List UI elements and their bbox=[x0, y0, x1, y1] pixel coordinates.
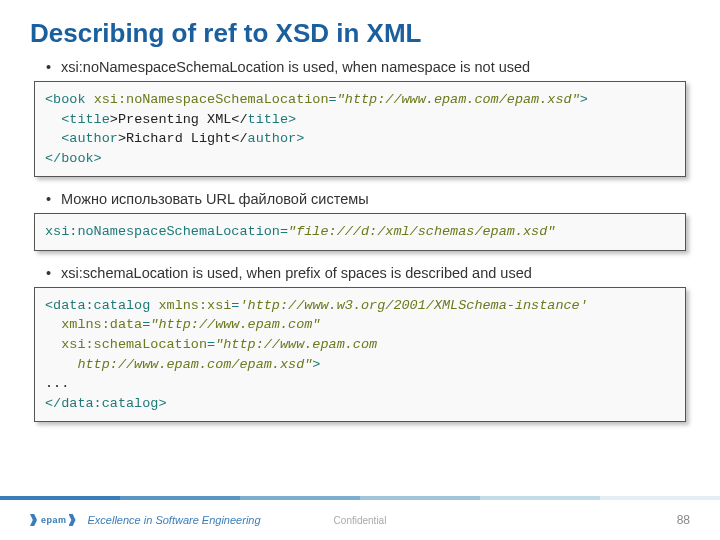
code-block-3: <data:catalog xmlns:xsi='http://www.w3.o… bbox=[34, 287, 686, 422]
footer-tagline: Excellence in Software Engineering bbox=[88, 514, 261, 526]
chevron-icon bbox=[69, 514, 76, 526]
footer-confidential: Confidential bbox=[334, 515, 387, 526]
bullet-text: xsi:schemaLocation is used, when prefix … bbox=[61, 265, 532, 281]
code-block-1: <book xsi:noNamespaceSchemaLocation="htt… bbox=[34, 81, 686, 177]
bullet-item: • xsi:noNamespaceSchemaLocation is used,… bbox=[46, 59, 690, 75]
bullet-text: Можно использовать URL файловой системы bbox=[61, 191, 369, 207]
footer: epam Excellence in Software Engineering … bbox=[0, 500, 720, 540]
page-number: 88 bbox=[677, 513, 690, 527]
logo: epam bbox=[30, 514, 76, 526]
bullet-item: • Можно использовать URL файловой систем… bbox=[46, 191, 690, 207]
bullet-dot: • bbox=[46, 191, 51, 207]
bullet-dot: • bbox=[46, 59, 51, 75]
slide-title: Describing of ref to XSD in XML bbox=[30, 18, 690, 49]
bullet-text: xsi:noNamespaceSchemaLocation is used, w… bbox=[61, 59, 530, 75]
bullet-dot: • bbox=[46, 265, 51, 281]
logo-text: epam bbox=[41, 515, 67, 525]
chevron-icon bbox=[30, 514, 37, 526]
bullet-item: • xsi:schemaLocation is used, when prefi… bbox=[46, 265, 690, 281]
code-block-2: xsi:noNamespaceSchemaLocation="file:///d… bbox=[34, 213, 686, 251]
